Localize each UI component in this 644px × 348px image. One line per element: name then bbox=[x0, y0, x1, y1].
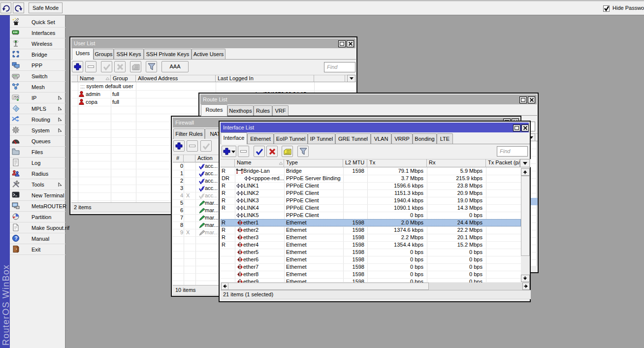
svg-text:255: 255 bbox=[13, 95, 19, 99]
svg-text:?: ? bbox=[14, 236, 17, 241]
